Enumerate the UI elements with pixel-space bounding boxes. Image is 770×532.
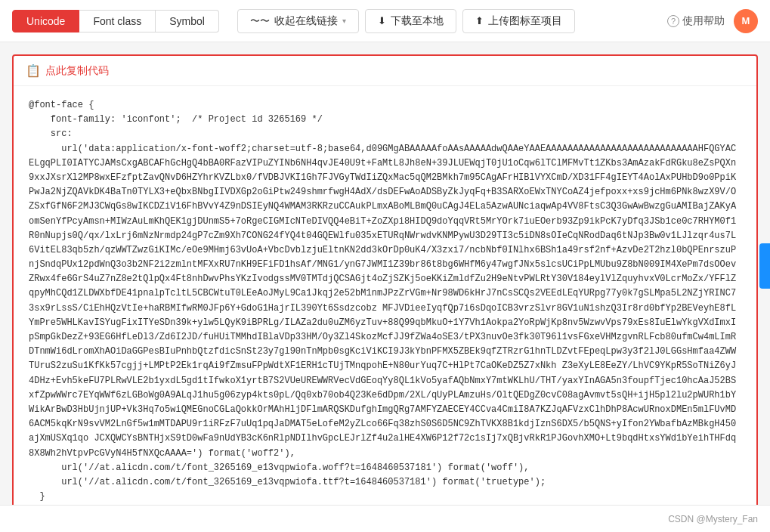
download-local-label: 下载至本地 (391, 14, 444, 28)
upload-label: 上传图标至项目 (488, 14, 562, 28)
tab-group: Unicode Font class Symbol (12, 10, 219, 32)
link-icon: 〜〜 (250, 14, 270, 28)
code-panel-header: 📋 点此复制代码 (14, 56, 756, 86)
question-circle-icon: ? (667, 15, 679, 27)
footer-brand: CSDN @Mystery_Fan (668, 514, 758, 524)
tab-unicode[interactable]: Unicode (12, 10, 79, 32)
toolbar: Unicode Font class Symbol 〜〜 收起在线链接 ▾ ⬇ … (0, 0, 770, 42)
tab-symbol[interactable]: Symbol (156, 10, 219, 32)
toolbar-actions: 〜〜 收起在线链接 ▾ ⬇ 下载至本地 ⬆ 上传图标至项目 (237, 9, 661, 33)
sidebar-indicator[interactable] (759, 243, 770, 289)
tab-fontclass[interactable]: Font class (79, 10, 156, 32)
code-panel: 📋 点此复制代码 @font-face { font-family: 'icon… (12, 54, 758, 518)
chevron-down-icon: ▾ (342, 17, 346, 25)
collapse-link-label: 收起在线链接 (274, 14, 338, 28)
download-icon: ⬇ (378, 15, 386, 26)
help-label: 使用帮助 (682, 14, 725, 28)
upload-icon-button[interactable]: ⬆ 上传图标至项目 (462, 9, 575, 33)
copy-icon: 📋 (26, 63, 41, 78)
upload-icon: ⬆ (475, 15, 484, 26)
download-local-button[interactable]: ⬇ 下载至本地 (365, 9, 456, 33)
avatar: M (734, 9, 758, 33)
collapse-link-button[interactable]: 〜〜 收起在线链接 ▾ (237, 9, 359, 33)
main-content: 📋 点此复制代码 @font-face { font-family: 'icon… (0, 42, 770, 530)
footer: CSDN @Mystery_Fan (0, 505, 770, 532)
code-body: @font-face { font-family: 'iconfont'; /*… (14, 86, 756, 516)
help-button[interactable]: ? 使用帮助 (667, 14, 725, 28)
copy-code-label[interactable]: 点此复制代码 (45, 64, 109, 78)
toolbar-right: ? 使用帮助 M (667, 9, 758, 33)
